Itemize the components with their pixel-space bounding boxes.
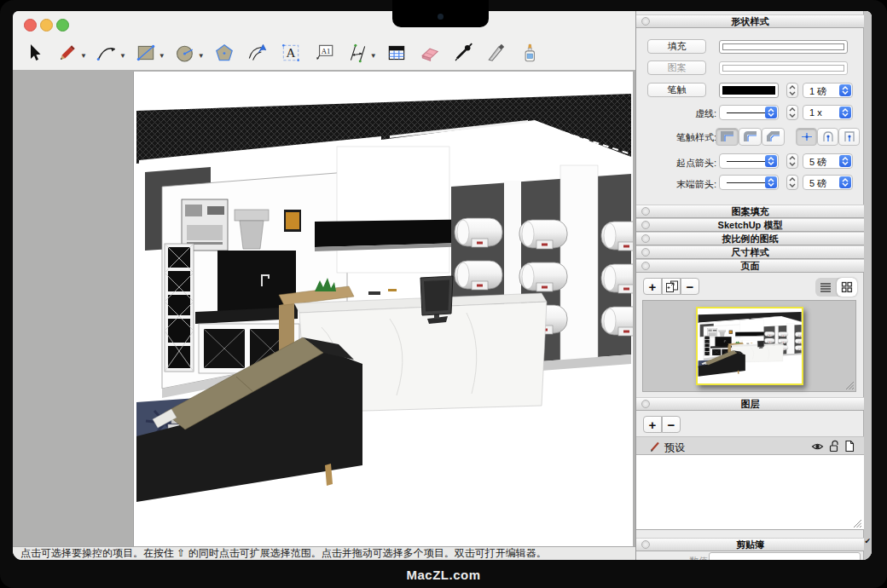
dimension-tool-button[interactable] [345, 40, 370, 66]
popup-arrows-icon[interactable] [839, 84, 851, 96]
start-arrow-select[interactable] [719, 153, 779, 169]
section-header-shape-style[interactable]: 形状样式 [636, 14, 864, 28]
section-header-dimension-style[interactable]: 尺寸样式 [636, 245, 864, 259]
polygon-tool-button[interactable] [212, 40, 237, 66]
arc-tool-button[interactable] [94, 40, 119, 66]
pattern-button[interactable]: 图案 [647, 61, 706, 75]
popup-arrows-icon[interactable] [839, 107, 851, 118]
chevron-down-icon[interactable]: ▼ [80, 52, 87, 60]
eraser-icon [419, 42, 441, 64]
collapse-toggle-icon[interactable] [641, 400, 650, 408]
popup-arrows-icon[interactable] [765, 155, 777, 167]
popup-arrows-icon[interactable] [839, 176, 851, 188]
collapse-toggle-icon[interactable] [641, 540, 650, 549]
section-header-layers[interactable]: 图层 [636, 397, 864, 411]
value-input[interactable] [709, 552, 861, 560]
panel-scrollbar[interactable] [863, 11, 872, 560]
duplicate-page-button[interactable] [662, 278, 681, 295]
status-bar: 点击可选择要操控的项目。在按住 ⇧ 的同时点击可扩展选择范围。点击并拖动可选择多… [13, 546, 635, 560]
join-tool-button[interactable] [517, 40, 542, 66]
popup-arrows-icon[interactable] [765, 107, 777, 118]
split-tool-button[interactable] [484, 40, 509, 66]
remove-page-button[interactable]: − [681, 278, 699, 295]
page-doc-icon[interactable] [844, 440, 855, 453]
stroke-color-well[interactable] [719, 83, 779, 98]
drawing-canvas[interactable] [13, 70, 635, 546]
add-layer-button[interactable]: + [643, 416, 662, 433]
section-header-scrapbooks[interactable]: 剪贴簿 [636, 538, 864, 551]
collapse-toggle-icon[interactable] [641, 17, 650, 26]
unlock-icon[interactable] [829, 440, 839, 453]
table-tool-button[interactable] [384, 40, 409, 66]
rectangle-icon [135, 42, 157, 64]
cap-butt-button[interactable] [796, 128, 817, 146]
join-bevel-button[interactable] [762, 128, 785, 146]
cap-square-button[interactable] [838, 128, 860, 146]
end-arrow-stepper[interactable] [786, 175, 798, 190]
grid-view-button[interactable] [837, 278, 858, 297]
text-tool-icon: A [280, 42, 302, 64]
join-miter-button[interactable] [716, 128, 739, 146]
start-arrow-stepper[interactable] [786, 153, 798, 169]
join-glue-icon [519, 42, 541, 64]
section-header-scaled-drawing[interactable]: 按比例的图纸 [636, 232, 864, 245]
list-view-button[interactable] [815, 278, 837, 297]
cap-round-button[interactable] [817, 128, 838, 146]
visibility-eye-icon[interactable] [811, 441, 824, 452]
dashes-select[interactable] [719, 105, 779, 120]
section-header-sketchup-model[interactable]: SketchUp 模型 [636, 218, 864, 232]
collapse-toggle-icon[interactable] [641, 207, 650, 216]
chevron-down-icon[interactable]: ▼ [370, 52, 377, 60]
collapse-toggle-icon[interactable] [641, 262, 650, 270]
svg-text:A: A [286, 45, 295, 60]
line-tool-button[interactable] [55, 40, 80, 66]
eraser-tool-button[interactable] [417, 40, 443, 66]
join-round-button[interactable] [739, 128, 762, 146]
resize-handle-icon[interactable] [854, 520, 861, 527]
end-arrow-size-select[interactable]: 5 磅 [803, 175, 853, 190]
pattern-well[interactable] [719, 61, 848, 75]
style-tool-button[interactable] [450, 40, 476, 66]
zoom-button[interactable] [56, 19, 69, 32]
circle-tool-button[interactable] [172, 40, 198, 66]
curved-arrow-icon [246, 42, 269, 64]
start-arrow-size-select[interactable]: 5 磅 [803, 153, 853, 169]
collapse-toggle-icon[interactable] [641, 221, 650, 229]
label-tool-button[interactable]: A1 [311, 40, 337, 66]
rectangle-tool-button[interactable] [133, 40, 159, 66]
stroke-width-stepper[interactable] [786, 83, 798, 98]
end-arrow-select[interactable] [719, 175, 779, 190]
chevron-down-icon[interactable]: ▼ [198, 52, 205, 60]
minimize-button[interactable] [40, 19, 53, 32]
stroke-button[interactable]: 笔触 [647, 83, 706, 97]
text-tool-button[interactable]: A [278, 40, 304, 66]
section-header-pattern-fill[interactable]: 图案填充 [636, 205, 864, 218]
add-page-button[interactable]: + [643, 278, 662, 295]
select-tool-button[interactable] [21, 40, 47, 66]
stroke-width-select[interactable]: 1 磅 [803, 83, 853, 98]
model-render [134, 72, 633, 546]
eyedropper-icon [452, 42, 474, 64]
remove-layer-button[interactable]: − [662, 416, 681, 433]
collapse-toggle-icon[interactable] [641, 248, 650, 257]
resize-handle-icon[interactable] [846, 382, 854, 389]
page-thumbnail-selected[interactable] [696, 307, 803, 385]
collapse-toggle-icon[interactable] [641, 234, 650, 243]
fill-color-well[interactable] [719, 40, 848, 54]
page-thumbnail-image [698, 308, 802, 383]
layer-row[interactable]: 预设 [636, 436, 864, 455]
fill-button[interactable]: 填充 [647, 39, 706, 54]
chevron-down-icon[interactable]: ▼ [159, 52, 165, 60]
close-button[interactable] [24, 19, 37, 32]
popup-arrows-icon[interactable] [765, 176, 777, 188]
dash-scale-select[interactable]: 1 x [803, 105, 853, 120]
chevron-down-icon[interactable]: ▼ [119, 52, 126, 60]
section-header-pages[interactable]: 页面 [636, 259, 864, 273]
layer-list[interactable] [636, 455, 864, 530]
offset-tool-button[interactable] [245, 40, 270, 66]
document-page[interactable] [134, 72, 633, 546]
popup-arrows-icon[interactable] [839, 155, 851, 167]
page-thumbnails-area[interactable] [642, 300, 856, 392]
dash-scale-stepper[interactable] [786, 105, 798, 120]
screenshot-frame: ▼ ▼ ▼ ▼ A A1 ▼ [0, 0, 887, 588]
